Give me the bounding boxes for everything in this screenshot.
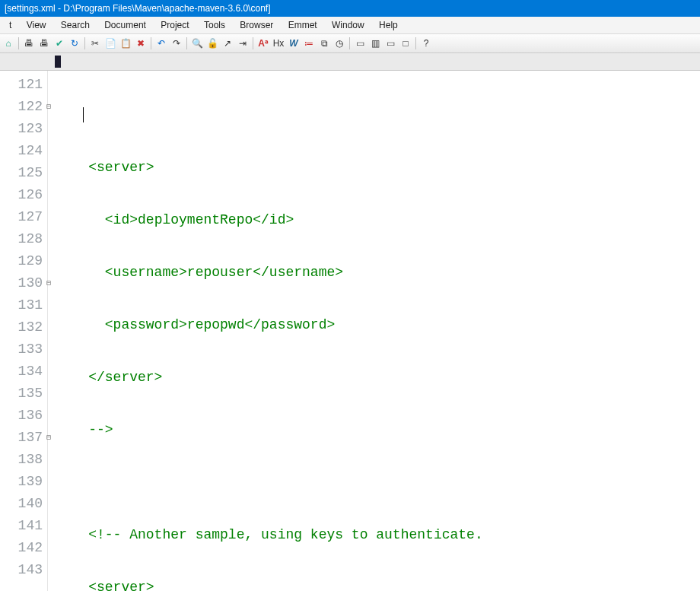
code-line[interactable]: <server> [56,157,700,179]
font-size-icon[interactable]: Aᵃ [256,37,270,50]
window-titlebar: [settings.xml - D:\Program Files\Maven\a… [0,0,700,17]
line-number: 132 [0,316,47,338]
line-number: 143 [0,559,47,581]
code-line[interactable]: <!-- Another sample, using keys to authe… [56,524,700,546]
layout-icon[interactable]: ▭ [383,37,397,50]
line-number: 128 [0,228,47,250]
code-line[interactable]: </server> [56,367,700,389]
delete-icon[interactable]: ✖ [134,37,148,50]
fold-icon[interactable]: ⊟ [44,434,53,443]
line-number: 142 [0,537,47,559]
panel-icon[interactable]: ⧉ [317,37,331,50]
menu-search[interactable]: Search [55,17,96,33]
spellcheck-icon[interactable]: ✔ [52,37,66,50]
menu-view[interactable]: View [21,17,52,33]
menu-tools[interactable]: Tools [198,17,231,33]
menu-emmet[interactable]: Emmet [282,17,323,33]
wrap-icon[interactable]: W [287,37,301,50]
code-line[interactable]: <id>deploymentRepo</id> [56,209,700,231]
menu-project[interactable]: Project [154,17,195,33]
split-icon[interactable]: ▥ [368,37,382,50]
line-number: 139 [0,471,47,493]
code-line[interactable] [56,472,700,494]
toolbar: ⌂ 🖶 🖶 ✔ ↻ ✂ 📄 📋 ✖ ↶ ↷ 🔍 🔓 ↗ ⇥ Aᵃ Hx W ≔ … [0,34,700,53]
menu-document[interactable]: Document [98,17,152,33]
code-line[interactable]: <password>repopwd</password> [56,314,700,336]
hex-icon[interactable]: Hx [272,37,285,50]
list-icon[interactable]: ≔ [302,37,316,50]
separator [186,37,187,49]
editor[interactable]: 121 122⊟ 123 124 125 126 127 128 129 130… [0,71,700,591]
title-text: [settings.xml - D:\Program Files\Maven\a… [5,3,270,14]
line-number: 136 [0,405,47,427]
code-area[interactable]: <server> <id>deploymentRepo</id> <userna… [48,71,700,591]
separator [349,37,350,49]
separator [151,37,151,49]
cut-icon[interactable]: ✂ [88,37,102,50]
line-number: 123 [0,118,47,140]
line-gutter: 121 122⊟ 123 124 125 126 127 128 129 130… [0,71,48,591]
ruler: ----+----1----+----2----+----3----+----4… [0,53,700,71]
fold-icon[interactable]: ⊟ [44,103,53,112]
separator [415,37,416,49]
print-icon[interactable]: 🖶 [22,37,36,50]
separator [84,37,85,49]
menu-edit-trunc[interactable]: t [3,17,18,33]
code-line[interactable]: --> [56,419,700,441]
line-number: 134 [0,361,47,383]
menu-window[interactable]: Window [326,17,371,33]
paste-icon[interactable]: 📋 [119,37,132,50]
menu-bar: t View Search Document Project Tools Bro… [0,17,700,34]
clock-icon[interactable]: ◷ [332,37,346,50]
code-line[interactable]: <server> [56,577,700,591]
line-number: 138 [0,449,47,471]
fullscreen-icon[interactable]: □ [399,37,412,50]
separator [18,37,19,49]
separator [253,37,253,49]
line-number: 122⊟ [0,96,47,118]
print-preview-icon[interactable]: 🖶 [37,37,51,50]
redo-icon[interactable]: ↷ [170,37,183,50]
undo-icon[interactable]: ↶ [154,37,168,50]
help-icon[interactable]: ? [419,37,433,50]
code-line[interactable]: <username>repouser</username> [56,262,700,284]
line-number: 140 [0,493,47,515]
line-number: 124 [0,140,47,162]
line-number: 126 [0,184,47,206]
indent-icon[interactable]: ⇥ [236,37,250,50]
home-icon[interactable]: ⌂ [2,37,15,50]
text-cursor [83,107,84,122]
menu-help[interactable]: Help [373,17,404,33]
line-number: 141 [0,515,47,537]
refresh-icon[interactable]: ↻ [68,37,81,50]
goto-icon[interactable]: ↗ [221,37,234,50]
line-number: 137⊟ [0,427,47,449]
copy-icon[interactable]: 📄 [103,37,117,50]
column-marker [55,56,61,68]
find-icon[interactable]: 🔍 [190,37,204,50]
lock-icon[interactable]: 🔓 [205,37,219,50]
line-number: 125 [0,162,47,184]
window-icon[interactable]: ▭ [353,37,367,50]
line-number: 131 [0,294,47,316]
menu-browser[interactable]: Browser [234,17,279,33]
line-number: 130⊟ [0,272,47,294]
line-number: 121 [0,74,47,96]
fold-icon[interactable]: ⊟ [44,279,53,288]
line-number: 127 [0,206,47,228]
code-line[interactable] [56,104,700,126]
line-number: 133 [0,338,47,361]
line-number: 135 [0,383,47,405]
line-number: 129 [0,250,47,272]
